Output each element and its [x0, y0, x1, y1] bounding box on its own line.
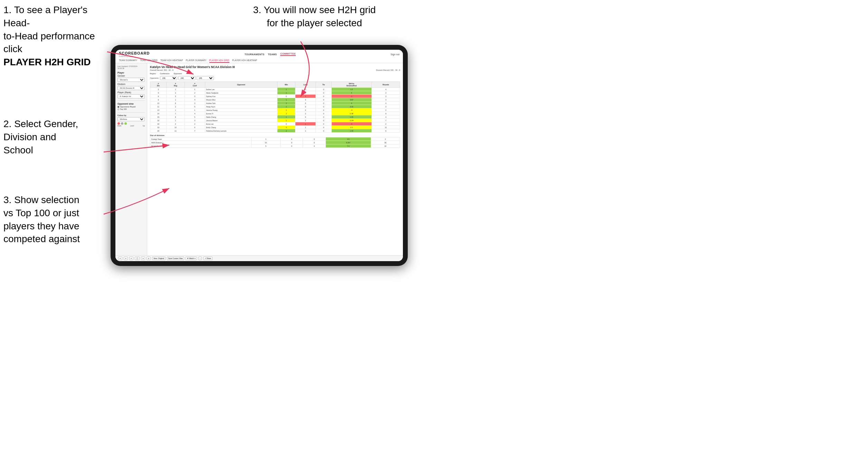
nav-links: TOURNAMENTS TEAMS COMMITTEE	[245, 53, 296, 56]
table-row: 6 3 3 Sydney Kuo 0 1 0 -1 3	[150, 95, 400, 98]
out-of-division-header: Out of division	[150, 134, 400, 136]
toolbar-save-view[interactable]: Save Custom View	[167, 257, 184, 260]
tablet-screen: SCOREBOARD Powered by clippd TOURNAMENTS…	[115, 50, 403, 261]
main-data-table: #Div #Reg #Conf Opponent Win Loss Tie Di…	[150, 82, 400, 133]
col-diff: Diff AvStrokes/Rnd	[331, 82, 371, 88]
toolbar-watch[interactable]: 👁 Watch ▾	[186, 257, 197, 260]
nav-tournaments[interactable]: TOURNAMENTS	[245, 53, 265, 56]
sub-nav-player-summary[interactable]: PLAYER SUMMARY	[186, 59, 207, 63]
toolbar-undo2[interactable]: ↩	[124, 257, 128, 260]
toolbar-redo[interactable]: ↪	[141, 257, 145, 260]
sub-nav-player-heatmap[interactable]: PLAYER H2H HEATMAP	[232, 59, 257, 63]
color-dot-down	[117, 122, 120, 125]
main-content: Last Updated: 27/03/202416:55:38 Player …	[115, 63, 403, 255]
nav-committee[interactable]: COMMITTEE	[280, 53, 296, 56]
filter-conference: Conference	[160, 73, 170, 75]
instruction-mid-left: 2. Select Gender, Division and School	[3, 117, 104, 156]
division-label: Division	[117, 83, 145, 85]
opponent-view-label: Opponent view	[117, 103, 145, 105]
opponent-view-section: Opponent view Opponents Played Top 100	[117, 103, 145, 110]
table-row: 3 1 1 Esther Lee 1 0 0 1.5 4	[150, 88, 400, 91]
logo-sub: Powered by clippd	[119, 55, 150, 57]
table-row: 9 1 4 Sharon Mun 1 0 0 3.67 3	[150, 98, 400, 102]
logo: SCOREBOARD	[119, 51, 150, 55]
filter-row: Opponents: (All) (All) (All)	[150, 76, 400, 80]
col-opponent: Opponent	[205, 82, 277, 88]
app-header: SCOREBOARD Powered by clippd TOURNAMENTS…	[115, 50, 403, 63]
out-of-division-table: Foreign Team 1 0 0 4.5 2 NAIA Division 1…	[150, 137, 400, 148]
table-row: 20 11 7 Federica Domecq Lacroze 2 1 0 1.…	[150, 129, 400, 133]
player-rank-label: Player (Rank)	[117, 91, 145, 94]
sidebar: Last Updated: 27/03/202416:55:38 Player …	[115, 63, 147, 255]
col-rounds: Rounds	[372, 82, 400, 88]
instruction-top-left: 1. To see a Player's Head- to-Head perfo…	[3, 3, 111, 69]
toolbar-fit[interactable]: ↕	[198, 257, 202, 260]
table-row: 11 2 5 Heeju Hyun 1 0 0 3.33 3	[150, 105, 400, 108]
record-row: Overall Record: 353 - 34 - 6 Division Re…	[150, 69, 400, 71]
tablet: SCOREBOARD Powered by clippd TOURNAMENTS…	[111, 45, 408, 266]
filter-section: Region Conference Opponent	[150, 73, 400, 75]
toolbar-target[interactable]: ⊙	[147, 257, 151, 260]
filter-opponent-select[interactable]: (All)	[197, 76, 214, 80]
toolbar-share[interactable]: ↗ Share	[203, 257, 213, 260]
radio-top100[interactable]: Top 100	[117, 108, 145, 110]
table-row: 13 1 1 Jessica Huang 1 0 0 -3 2	[150, 108, 400, 112]
table-row: 10 6 3 Andrea York 2 0 0 4 4	[150, 102, 400, 105]
player-section: Player Gender Women's Men's Division NCA…	[117, 72, 145, 98]
sub-nav-team-h2h[interactable]: TEAM H2H GRID	[140, 59, 158, 63]
radio-dot-selected	[117, 106, 119, 108]
sub-nav-team-summary[interactable]: TEAM SUMMARY	[119, 59, 137, 63]
toolbar-undo3[interactable]: ↩	[129, 257, 133, 260]
gender-select[interactable]: Women's Men's	[117, 78, 145, 82]
filter-conference-select[interactable]: (All)	[178, 76, 196, 80]
ood-table-row: NAIA Division 1 15 0 0 9.267 30	[150, 141, 400, 144]
filter-region: Region	[150, 73, 156, 75]
col-conf: #Conf	[185, 82, 205, 88]
toolbar: ↩ ↩ ↩ 📋 ↪ ⊙ View: Original Save Custom V…	[115, 255, 403, 261]
player-rank-select[interactable]: 8. Katelyn Vo	[117, 94, 145, 98]
color-legend: Colour by Win/loss Down Level Up	[117, 114, 145, 127]
col-win: Win	[277, 82, 295, 88]
toolbar-copy[interactable]: 📋	[135, 257, 140, 260]
ood-table-row: Foreign Team 1 0 0 4.5 2	[150, 137, 400, 141]
col-div: #Div	[150, 82, 167, 88]
sub-nav-team-heatmap[interactable]: TEAM H2H HEATMAP	[160, 59, 183, 63]
radio-group: Opponents Played Top 100	[117, 106, 145, 110]
sign-out[interactable]: Sign out	[390, 53, 399, 56]
ood-table-row: NCAA Division 2 5 0 0 7.4 10	[150, 144, 400, 148]
table-row: 15 8 5 Stella Cheng 1 0 0 1.25 4	[150, 115, 400, 119]
toolbar-view-original[interactable]: View: Original	[152, 257, 166, 260]
radio-dot	[117, 108, 119, 110]
toolbar-undo1[interactable]: ↩	[118, 257, 122, 260]
nav-teams[interactable]: TEAMS	[268, 53, 277, 56]
col-tie: Tie	[316, 82, 331, 88]
table-area: Katelyn Vo Head-to-Head Grid for Women's…	[147, 63, 403, 255]
filter-opponent: Opponent	[173, 73, 182, 75]
col-reg: #Reg	[167, 82, 185, 88]
table-title: Katelyn Vo Head-to-Head Grid for Women's…	[150, 65, 400, 69]
color-dot-level	[121, 122, 123, 125]
instruction-bot-left: 3. Show selection vs Top 100 or just pla…	[3, 193, 104, 246]
sub-nav: TEAM SUMMARY TEAM H2H GRID TEAM H2H HEAT…	[119, 58, 399, 63]
table-row: 18 2 2 Euna Lee 0 1 0 -5 2	[150, 122, 400, 126]
logo-area: SCOREBOARD Powered by clippd	[119, 51, 150, 57]
sub-nav-player-h2h[interactable]: PLAYER H2H GRID	[209, 59, 229, 63]
col-loss: Loss	[295, 82, 316, 88]
table-row: 19 10 6 Emily Chang 4 1 0 0.3 11	[150, 126, 400, 129]
last-updated: Last Updated: 27/03/202416:55:38	[117, 65, 145, 69]
colour-by-select[interactable]: Win/loss	[117, 117, 145, 121]
filter-region-select[interactable]: (All)	[160, 76, 177, 80]
table-row: 14 7 4 Eunice Yi 2 2 0 0.38 9	[150, 112, 400, 115]
color-dot-up	[124, 122, 127, 125]
player-label: Player	[117, 72, 145, 74]
instruction-top-right: 3. You will now see H2H gridfor the play…	[249, 3, 380, 30]
division-select[interactable]: NCAA Division III NCAA Division I NCAA D…	[117, 86, 145, 90]
colour-by-label: Colour by	[117, 114, 145, 116]
table-row: 5 2 2 Alexis Sudjianto 1 0 0 4 3	[150, 91, 400, 95]
gender-label: Gender	[117, 75, 145, 77]
radio-opponents-played[interactable]: Opponents Played	[117, 106, 145, 108]
table-row: 16 1 3 Jessica Mason 1 2 0 -0.94 7	[150, 119, 400, 122]
